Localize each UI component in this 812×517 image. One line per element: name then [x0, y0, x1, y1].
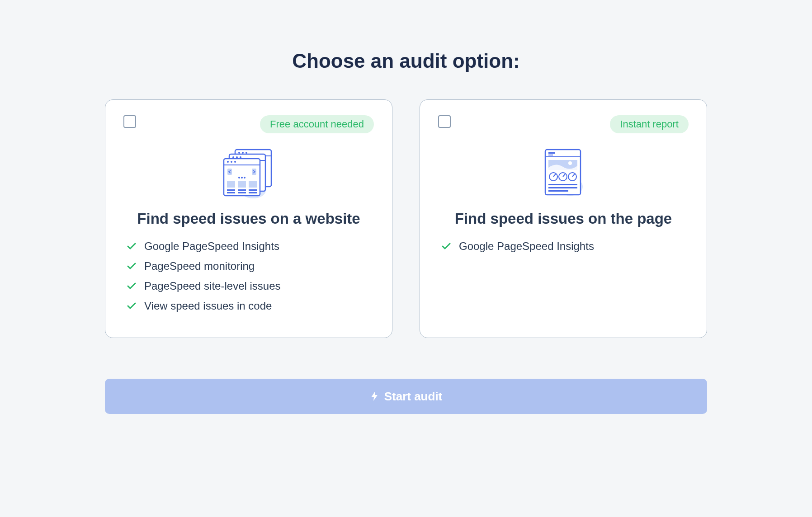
- feature-item: Google PageSpeed Insights: [127, 240, 374, 253]
- feature-item: PageSpeed monitoring: [127, 260, 374, 273]
- svg-point-4: [242, 152, 244, 154]
- svg-rect-26: [238, 189, 246, 191]
- feature-label: Google PageSpeed Insights: [459, 240, 594, 253]
- svg-point-13: [227, 161, 229, 163]
- svg-rect-16: [227, 169, 232, 175]
- svg-rect-45: [548, 190, 568, 192]
- feature-item: View speed issues in code: [127, 300, 374, 312]
- features-list-page: Google PageSpeed Insights: [438, 240, 689, 253]
- lightning-icon: [370, 391, 379, 402]
- svg-rect-22: [238, 181, 246, 188]
- audit-option-website[interactable]: Free account needed: [105, 99, 392, 338]
- svg-rect-25: [227, 192, 235, 193]
- start-audit-label: Start audit: [384, 390, 443, 404]
- svg-rect-43: [548, 184, 577, 185]
- svg-point-9: [236, 156, 238, 158]
- feature-item: PageSpeed site-level issues: [127, 280, 374, 292]
- check-icon: [442, 243, 451, 250]
- badge-website: Free account needed: [260, 115, 374, 133]
- browser-windows-icon: [219, 146, 278, 200]
- svg-rect-17: [252, 169, 256, 175]
- check-icon: [127, 302, 136, 310]
- svg-rect-28: [249, 189, 257, 191]
- card-title-page: Find speed issues on the page: [438, 210, 689, 227]
- svg-rect-23: [249, 181, 257, 188]
- svg-point-15: [234, 161, 236, 163]
- checkbox-website[interactable]: [123, 115, 136, 128]
- svg-rect-29: [249, 192, 257, 193]
- audit-option-page[interactable]: Instant report: [420, 99, 707, 338]
- feature-label: PageSpeed site-level issues: [144, 280, 281, 292]
- svg-point-3: [238, 152, 240, 154]
- check-icon: [127, 243, 136, 250]
- checkbox-page[interactable]: [438, 115, 451, 128]
- feature-item: Google PageSpeed Insights: [442, 240, 689, 253]
- svg-rect-34: [548, 155, 553, 155]
- svg-point-8: [232, 156, 234, 158]
- svg-point-18: [238, 177, 240, 179]
- svg-rect-27: [238, 192, 246, 193]
- card-title-website: Find speed issues on a website: [123, 210, 374, 227]
- svg-point-5: [245, 152, 247, 154]
- svg-point-19: [241, 177, 243, 179]
- page-illustration: [438, 146, 689, 200]
- svg-rect-33: [548, 152, 555, 154]
- page-title: Choose an audit option:: [292, 50, 520, 72]
- feature-label: PageSpeed monitoring: [144, 260, 255, 273]
- website-illustration: [123, 146, 374, 200]
- audit-options-row: Free account needed: [105, 99, 707, 338]
- start-audit-button[interactable]: Start audit: [105, 379, 707, 414]
- feature-label: Google PageSpeed Insights: [144, 240, 279, 253]
- check-icon: [127, 263, 136, 270]
- check-icon: [127, 282, 136, 290]
- svg-rect-44: [548, 187, 577, 188]
- card-header: Free account needed: [123, 115, 374, 133]
- svg-point-10: [240, 156, 241, 158]
- badge-page: Instant report: [610, 115, 689, 133]
- feature-label: View speed issues in code: [144, 300, 272, 312]
- svg-point-20: [244, 177, 245, 179]
- card-header: Instant report: [438, 115, 689, 133]
- svg-point-36: [568, 161, 572, 165]
- features-list-website: Google PageSpeed Insights PageSpeed moni…: [123, 240, 374, 312]
- svg-rect-24: [227, 189, 235, 191]
- svg-rect-21: [227, 181, 235, 188]
- svg-point-14: [231, 161, 232, 163]
- page-report-icon: [538, 146, 588, 200]
